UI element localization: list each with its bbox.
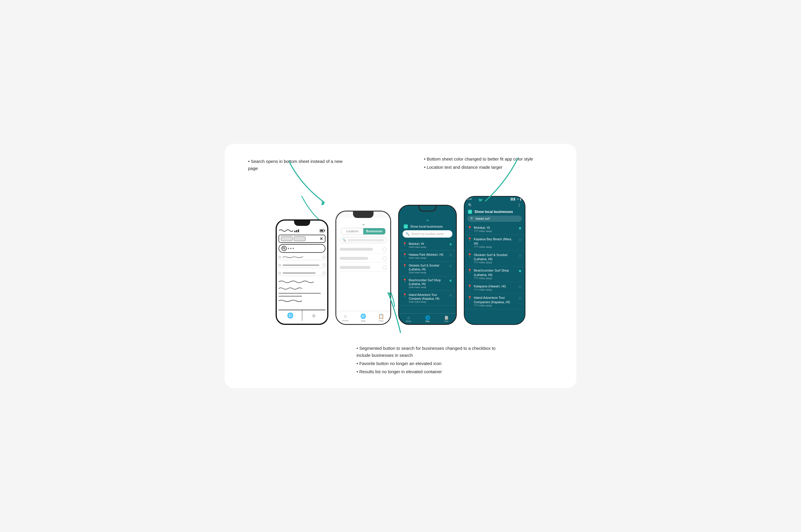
search-magnifier <box>283 247 286 250</box>
star-filled-0[interactable]: ★ <box>449 242 452 246</box>
dark-status-bar: 8:30 ▌▌▌ ⊙ ▌ <box>465 196 525 201</box>
star-filled-3[interactable]: ★ <box>449 278 452 283</box>
wf-nav-map[interactable]: 🌐 Map <box>354 314 372 322</box>
dark-star-outline-4[interactable]: ☆ <box>518 284 522 289</box>
wf-nav-plan-label: Plan <box>379 320 383 322</box>
dark-list: 📍 Molokai, HI ??? miles away ★ 📍 Kapalua… <box>465 224 525 318</box>
wf-search-bar <box>348 239 384 241</box>
wf-nav-plan[interactable]: 📋 Plan <box>372 314 390 322</box>
teal-checkbox-label: Show local businesses <box>410 225 443 228</box>
teal-nav-home[interactable]: ⌂ Home <box>399 315 418 322</box>
dark-top-bar: 🔍 ⋮ <box>465 201 525 209</box>
pin-icon-0: 📍 <box>403 242 407 246</box>
dark-item-name-3: Beachcomber Surf Shop (Lahaina, HI) <box>474 268 516 277</box>
dark-search-icon[interactable]: 🔍 <box>468 203 515 207</box>
teal-checkbox-row[interactable]: ✓ Show local businesses <box>399 223 456 230</box>
wf-item-bar-1 <box>340 248 372 251</box>
star-outline-2[interactable]: ☆ <box>449 264 452 268</box>
sketch-content: ✕ <box>277 226 327 323</box>
wf-list-item-3 <box>340 264 387 271</box>
wf-search[interactable]: 🔍 <box>340 237 387 243</box>
wf-item-icon-3 <box>383 265 387 269</box>
wf-tab-businesses[interactable]: Businesses <box>363 228 385 234</box>
wf-search-icon: 🔍 <box>343 239 346 242</box>
star-outline-1[interactable]: ☆ <box>449 253 452 257</box>
teal-checkbox[interactable]: ✓ <box>404 224 408 228</box>
dark-star-outline-1[interactable]: ☆ <box>518 237 522 242</box>
pin-icon-1: 📍 <box>403 253 407 257</box>
teal-item-name-3: Beachcomber Surf Shop (Lahaina, HI) <box>409 278 447 286</box>
dark-content: 🔍 ⋮ ✓ Show local businesses 🔍 hawaii sur… <box>465 201 525 318</box>
wireframe-content: ⌄ Locations Businesses 🔍 <box>336 218 390 324</box>
teal-item-name-0: Moloka'i, HI <box>409 242 447 246</box>
teal-item-name-2: Okokelo Surf & Snorkel (Lahaina, HI) <box>409 264 447 271</box>
dark-item-name-4: Kalapana (Hawai'i, HI) <box>474 284 516 288</box>
dark-search-value: hawaii surf <box>476 217 490 220</box>
dark-star-outline-2[interactable]: ☆ <box>518 253 522 258</box>
dark-star-filled-0[interactable]: ★ <box>518 226 522 231</box>
dark-item-dist-2: ??? miles away <box>474 261 516 264</box>
dark-list-item-2: 📍 Okokelo Surf & Snorkel (Lahaina, HI) ?… <box>465 251 525 267</box>
dark-star-outline-5[interactable]: ☆ <box>518 296 522 301</box>
dark-list-item-1: 📍 Kapalua Bay Beach (Maui, HI) ??? miles… <box>465 235 525 251</box>
dark-pin-2: 📍 <box>467 253 472 258</box>
annotation-bullet-b1: Segmented button to search for businesse… <box>357 345 503 359</box>
dark-search-bar[interactable]: 🔍 hawaii surf <box>467 215 522 222</box>
phone-sketch: ✕ <box>276 220 328 325</box>
teal-item-dist-1: 2340 miles away <box>409 256 447 259</box>
sketch-search-icon <box>281 246 287 251</box>
dark-item-text-1: Kapalua Bay Beach (Maui, HI) ??? miles a… <box>474 237 516 248</box>
dark-item-text-2: Okokelo Surf & Snorkel (Lahaina, HI) ???… <box>474 253 516 264</box>
annotation-bullet-b3: Results list no longer in elevated conta… <box>357 368 503 375</box>
teal-nav-map[interactable]: 🌐 Map <box>418 315 437 322</box>
phones-row: ✕ <box>241 196 560 325</box>
teal-item-text-3: Beachcomber Surf Shop (Lahaina, HI) 2340… <box>409 278 447 288</box>
dark-pin-4: 📍 <box>467 284 472 289</box>
annotation-top-left: Search opens in bottom sheet instead of … <box>248 158 348 173</box>
teal-item-name-4: Island Adventure Tour Company (Kapalua, … <box>409 293 447 301</box>
annotation-bullet-tr-2: Location text and distance made larger <box>424 164 547 171</box>
teal-item-text-1: Halawa Park (Moloka'i, HI) 2340 miles aw… <box>409 253 447 259</box>
plan-icon-teal: 📋 <box>444 315 449 320</box>
teal-item-dist-2: 2340 miles away <box>409 271 447 274</box>
dark-star-filled-3[interactable]: ★ <box>518 268 522 273</box>
wf-tab-locations[interactable]: Locations <box>341 228 363 234</box>
teal-list-item-3: 📍 Beachcomber Surf Shop (Lahaina, HI) 23… <box>399 276 456 291</box>
teal-item-text-4: Island Adventure Tour Company (Kapalua, … <box>409 293 447 303</box>
dark-checkbox[interactable]: ✓ <box>468 210 472 214</box>
home-icon-teal: ⌂ <box>407 315 409 320</box>
wf-bottom-nav: ⌂ Home 🌐 Map 📋 Plan <box>336 311 390 324</box>
wf-nav-home[interactable]: ⌂ Home <box>336 314 354 322</box>
wf-item-icon-1 <box>383 247 387 251</box>
dark-item-text-0: Molokai, HI ??? miles away <box>474 226 516 233</box>
sketch-bottom-nav: 🌐 ⌂ <box>278 310 325 321</box>
svg-rect-7 <box>320 230 323 231</box>
annotation-top-right: Bottom sheet color changed to better fit… <box>424 155 547 172</box>
teal-nav-plan[interactable]: 📋 Plan <box>437 315 456 322</box>
teal-item-dist-4: 2340 miles away <box>409 301 447 303</box>
sketch-tabs <box>281 236 306 241</box>
dark-more-icon[interactable]: ⋮ <box>517 203 521 207</box>
signal-icon: ▌▌▌ <box>511 198 516 201</box>
dark-checkbox-row[interactable]: ✓ Show local businesses <box>465 209 525 215</box>
dark-item-text-5: Island Adventure Tour Companies (Kapalua… <box>474 296 516 307</box>
svg-rect-5 <box>298 229 299 232</box>
teal-content: ⌄ ✓ Show local businesses 🔍 Search by lo… <box>399 211 456 323</box>
teal-search[interactable]: 🔍 Search by location name <box>403 230 452 238</box>
star-outline-4[interactable]: ☆ <box>449 293 452 297</box>
sketch-nav-globe: 🌐 <box>278 310 302 321</box>
dark-pin-3: 📍 <box>467 269 472 273</box>
dark-list-item-0: 📍 Molokai, HI ??? miles away ★ <box>465 224 525 235</box>
sketch-signal <box>294 229 303 232</box>
notch-2 <box>353 211 374 218</box>
sketch-header-wave <box>278 228 293 233</box>
teal-list-item-4: 📍 Island Adventure Tour Company (Kapalua… <box>399 291 456 306</box>
sketch-dots <box>288 248 323 249</box>
phone-teal: ⌄ ✓ Show local businesses 🔍 Search by lo… <box>398 205 457 325</box>
dark-pin-5: 📍 <box>467 296 472 300</box>
dark-list-item-5: 📍 Island Adventure Tour Companies (Kapal… <box>465 293 525 309</box>
pin-icon-4: 📍 <box>403 293 407 297</box>
svg-rect-4 <box>296 230 297 232</box>
wf-item-bar-3 <box>340 266 370 269</box>
sketch-wavy-3 <box>278 299 305 303</box>
